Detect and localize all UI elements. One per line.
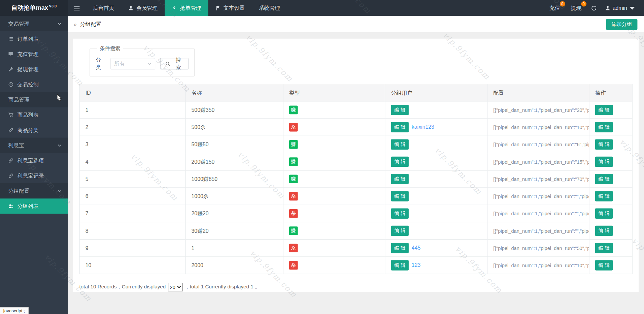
topnav-item-members[interactable]: 会员管理 — [121, 0, 165, 16]
table-row: 102000杀编 辑123[{"pipei_dan_num":1,"pipei_… — [79, 257, 632, 274]
group-users-edit-button[interactable]: 编 辑 — [391, 243, 409, 253]
sidebar-section-label: 交易管理 — [8, 20, 29, 27]
group-users-edit-button[interactable]: 编 辑 — [391, 226, 409, 236]
column-header-name: 名称 — [185, 84, 283, 101]
user-icon — [128, 5, 134, 11]
page-size-select[interactable]: 20 — [168, 283, 182, 291]
group-users-edit-button[interactable]: 编 辑 — [391, 105, 409, 115]
cell-type: 杀 — [283, 205, 385, 222]
sidebar-item-trade-control[interactable]: 交易控制 — [0, 77, 68, 92]
sidebar-item-recharge-management[interactable]: 充值管理 — [0, 46, 68, 62]
admin-menu[interactable]: admin — [601, 5, 639, 11]
search-button[interactable]: 搜 索 — [160, 58, 189, 69]
cell-group-users: 编 辑123 — [385, 257, 487, 274]
column-header-group-users: 分组用户 — [385, 84, 487, 101]
topnav-item-home[interactable]: 后台首页 — [86, 0, 121, 16]
sidebar-item-label: 提现管理 — [17, 66, 38, 73]
row-edit-button[interactable]: 编 辑 — [595, 122, 613, 132]
sidebar-item-label: 商品列表 — [17, 111, 38, 119]
sidebar-toggle-icon[interactable] — [68, 0, 86, 16]
sidebar-section-interest-treasure[interactable]: 利息宝 — [0, 138, 68, 153]
group-users-edit-button[interactable]: 编 辑 — [391, 209, 409, 219]
pagination: total 10 Records，Currently displayed 20 … — [79, 283, 632, 291]
link-icon — [8, 173, 13, 179]
topnav-item-order-grab[interactable]: 抢单管理 — [165, 0, 208, 16]
table-row: 91杀编 辑445[{"pipei_dan_num":1,"pipei_dan_… — [79, 240, 632, 257]
row-edit-button[interactable]: 编 辑 — [595, 260, 613, 271]
link-icon — [8, 127, 13, 133]
cell-type: 赚 — [283, 136, 385, 153]
cell-config: [{"pipei_dan_num":1,"pipei_dan_run":"","… — [487, 188, 589, 205]
withdraw-badge: 0 — [581, 1, 586, 7]
column-header-type: 类型 — [283, 84, 385, 101]
cell-name: 2000 — [185, 257, 283, 274]
sidebar-section-group-config[interactable]: 分组配置 — [0, 183, 68, 198]
cell-id: 10 — [79, 257, 185, 274]
sidebar-item-label: 交易控制 — [17, 81, 38, 88]
sidebar-section-trade-management[interactable]: 交易管理 — [0, 16, 68, 31]
cell-name: 50赚50 — [185, 136, 283, 153]
sidebar-section-goods-management[interactable]: 商品管理 — [0, 92, 68, 107]
cell-id: 7 — [79, 205, 185, 222]
group-users-edit-button[interactable]: 编 辑 — [391, 157, 409, 167]
sidebar-item-interest-records[interactable]: 利息宝记录 — [0, 168, 68, 183]
sidebar-section-label: 利息宝 — [8, 142, 24, 149]
type-badge: 杀 — [289, 209, 298, 218]
group-user-link[interactable]: 445 — [412, 245, 420, 251]
pagination-text-before: total 10 Records，Currently displayed — [79, 284, 166, 291]
recharge-button[interactable]: 充值 0 — [544, 0, 565, 16]
sidebar-item-withdraw-management[interactable]: 提现管理 — [0, 62, 68, 77]
breadcrumb-icon: » — [73, 21, 77, 28]
group-users-edit-button[interactable]: 编 辑 — [391, 174, 409, 184]
cell-type: 赚 — [283, 101, 385, 119]
topnav-item-label: 系统管理 — [259, 4, 280, 12]
group-users-edit-button[interactable]: 编 辑 — [391, 122, 409, 132]
sidebar-item-goods-category[interactable]: 商品分类 — [0, 123, 68, 138]
row-edit-button[interactable]: 编 辑 — [595, 209, 613, 219]
cell-type: 赚 — [283, 153, 385, 170]
group-users-edit-button[interactable]: 编 辑 — [391, 191, 409, 201]
row-edit-button[interactable]: 编 辑 — [595, 191, 613, 201]
cell-type: 杀 — [283, 257, 385, 274]
table-row: 51000赚850赚编 辑[{"pipei_dan_num":1,"pipei_… — [79, 170, 632, 188]
sidebar-item-order-list[interactable]: 订单列表 — [0, 31, 68, 46]
refresh-icon[interactable] — [587, 5, 601, 11]
group-users-edit-button[interactable]: 编 辑 — [391, 260, 409, 271]
topnav-item-text-settings[interactable]: 文本设置 — [208, 0, 252, 16]
row-edit-button[interactable]: 编 辑 — [595, 174, 613, 184]
sidebar-item-label: 利息宝选项 — [17, 157, 44, 164]
cell-type: 杀 — [283, 119, 385, 136]
cell-config: [{"pipei_dan_num":1,"pipei_dan_run":"50"… — [487, 240, 589, 257]
topnav-item-system[interactable]: 系统管理 — [252, 0, 287, 16]
row-edit-button[interactable]: 编 辑 — [595, 139, 613, 150]
withdraw-button[interactable]: 提现 0 — [565, 0, 586, 16]
search-panel-legend: 条件搜索 — [97, 45, 123, 52]
cell-config: [{"pipei_dan_num":1,"pipei_dan_run":"10"… — [487, 257, 589, 274]
group-user-link[interactable]: 123 — [412, 262, 420, 268]
table-row: 1500赚350赚编 辑[{"pipei_dan_num":1,"pipei_d… — [79, 101, 632, 119]
sidebar-item-interest-options[interactable]: 利息宝选项 — [0, 153, 68, 168]
type-badge: 杀 — [289, 123, 298, 132]
table-row: 2500杀杀编 辑kaixin123[{"pipei_dan_num":1,"p… — [79, 119, 632, 136]
sidebar-item-group-list[interactable]: 分组列表 — [0, 198, 68, 214]
group-user-link[interactable]: kaixin123 — [412, 124, 434, 130]
top-navbar: 自动抢单maxV3.0 后台首页会员管理抢单管理文本设置系统管理 充值 0 提现… — [0, 0, 644, 16]
row-edit-button[interactable]: 编 辑 — [595, 243, 613, 253]
table-row: 4200赚150赚编 辑[{"pipei_dan_num":1,"pipei_d… — [79, 153, 632, 170]
sidebar-item-goods-list[interactable]: 商品列表 — [0, 107, 68, 122]
group-users-edit-button[interactable]: 编 辑 — [391, 139, 409, 150]
cell-group-users: 编 辑 — [385, 153, 487, 170]
cell-actions: 编 辑 — [589, 222, 632, 239]
cell-type: 杀 — [283, 240, 385, 257]
row-edit-button[interactable]: 编 辑 — [595, 157, 613, 167]
type-badge: 杀 — [289, 192, 298, 201]
add-group-button[interactable]: 添加分组 — [606, 19, 638, 30]
cell-config: [{"pipei_dan_num":1,"pipei_dan_run":"10"… — [487, 119, 589, 136]
row-edit-button[interactable]: 编 辑 — [595, 226, 613, 236]
row-edit-button[interactable]: 编 辑 — [595, 105, 613, 115]
cell-id: 9 — [79, 240, 185, 257]
breadcrumb-bar: » 分组配置 添加分组 — [68, 16, 644, 33]
sidebar-item-label: 利息宝记录 — [17, 172, 44, 180]
type-badge: 杀 — [289, 261, 298, 270]
category-select[interactable]: 所有 — [110, 58, 156, 69]
